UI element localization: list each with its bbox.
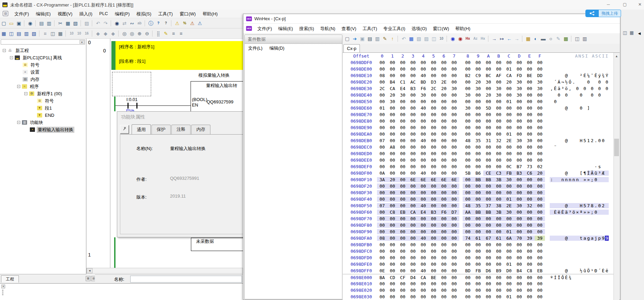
hex-byte[interactable]: CF [398,275,408,280]
hex-byte[interactable]: 0C [504,164,514,169]
hex-byte[interactable]: 00 [463,184,473,189]
import-icon[interactable]: ↑ [389,35,396,42]
copy-icon[interactable]: ▦ [64,20,72,27]
hex-byte[interactable]: 00 [524,79,535,85]
hex-byte[interactable]: 30 [504,210,514,215]
find-hex-icon[interactable]: ◉ [457,35,464,42]
hex-byte[interactable]: 00 [428,99,439,104]
hex-byte[interactable]: 00 [377,197,387,202]
monitor-hex-icon[interactable]: 16 [83,30,90,37]
hex-byte[interactable]: 00 [524,294,535,299]
hex-byte[interactable]: 00 [418,262,428,267]
hex-byte[interactable]: 20 [535,171,545,176]
hex-byte[interactable]: 00 [494,66,504,72]
tree-item[interactable]: ▪量程输入输出转换 [0,126,86,133]
hex-byte[interactable]: 00 [449,60,459,65]
zoom-custom-icon[interactable]: ◎ [128,30,136,37]
cxp-menu-item-3[interactable]: 插入(I) [76,10,96,18]
ascii-char[interactable]: 2 [602,203,605,208]
ascii-char[interactable]: É [583,73,587,78]
hex-byte[interactable]: 00 [483,190,494,195]
hex-byte[interactable]: 00 [473,197,483,202]
ascii-char[interactable]: Î [587,171,591,176]
hex-byte[interactable]: 37 [483,203,494,208]
grid-toggle-icon[interactable]: ⣿ [155,30,162,37]
hex-byte[interactable]: 00 [408,92,418,98]
ascii-char[interactable] [568,105,572,111]
ascii-char[interactable] [572,92,576,98]
ascii-char[interactable] [583,92,587,98]
hex-byte[interactable]: 00 [398,190,408,195]
winhex-menu-item-1[interactable]: 编辑(E) [275,24,296,33]
ascii-char[interactable] [572,171,576,176]
hex-byte[interactable]: 00 [418,184,428,189]
hex-byte[interactable]: 00 [387,216,398,221]
hex-byte[interactable]: FD [514,73,524,78]
hex-byte[interactable]: 35 [473,138,483,143]
hex-byte[interactable]: 00 [449,216,459,221]
hex-byte[interactable]: 00 [535,249,545,254]
ascii-char[interactable] [579,177,583,182]
tree-expander-icon[interactable]: − [10,56,13,59]
hex-byte[interactable]: 00 [408,262,418,267]
tree-item[interactable]: −⚙新程序1 (00) [0,90,86,97]
ascii-char[interactable] [550,210,554,215]
hex-byte[interactable]: 00 [428,132,439,137]
hex-byte[interactable]: 00 [418,242,428,247]
hex-byte[interactable]: 00 [535,275,545,280]
ascii-char[interactable] [561,171,564,176]
hex-byte[interactable]: BB [473,210,483,215]
hex-byte[interactable]: 30 [504,177,514,182]
hex-byte[interactable]: EB [535,268,545,273]
hex-byte[interactable]: 00 [449,294,459,299]
hex-byte[interactable]: 00 [428,216,439,221]
hex-byte[interactable]: 00 [504,255,514,260]
hex-byte[interactable]: B3 [428,210,439,215]
ascii-char[interactable] [557,203,561,208]
hex-byte[interactable]: 00 [524,66,535,72]
hex-byte[interactable]: 00 [387,158,398,163]
hex-byte[interactable]: 00 [408,132,418,137]
hex-byte[interactable]: 00 [535,255,545,260]
hex-byte[interactable]: D4 [408,275,418,280]
ascii-char[interactable] [598,275,602,280]
hex-byte[interactable]: 00 [535,242,545,247]
hex-byte[interactable]: 00 [514,151,524,156]
ascii-char[interactable] [572,164,576,169]
hex-row[interactable]: 0698DE9000000000000000000000000000000000 [343,124,615,131]
ascii-char[interactable]: Ó [568,79,572,85]
ascii-char[interactable]: ; [590,210,594,215]
hex-byte[interactable]: 00 [428,229,439,234]
ascii-char[interactable] [575,79,579,85]
hex-byte[interactable]: B9 [494,268,504,273]
hex-row[interactable]: 0698DE7000000000000000000000000000000000 [343,111,615,118]
ascii-char[interactable] [590,275,594,280]
hex-byte[interactable]: 01 [504,229,514,234]
hex-byte[interactable]: 00 [483,294,494,299]
address-ref-icon[interactable]: ab [136,20,143,27]
paste-special-icon[interactable]: ▨ [83,20,90,27]
hex-byte[interactable]: 00 [449,132,459,137]
hex-byte[interactable]: 00 [439,281,449,286]
hex-byte[interactable]: BA [377,275,387,280]
ascii-char[interactable]: Ã [590,171,594,176]
hex-row[interactable]: 0698DFB000000000000000000000000000000000 [343,241,615,248]
hex-row[interactable]: 0698DF9000000000000000000000000001000000 [343,228,615,235]
ascii-char[interactable]: ; [590,177,594,182]
hex-byte[interactable]: 00 [449,184,459,189]
hex-byte[interactable]: 00 [535,158,545,163]
ascii-char[interactable]: · [594,164,598,169]
hex-byte[interactable]: 00 [514,190,524,195]
hex-byte[interactable]: 00 [483,125,494,130]
ascii-char[interactable] [568,99,572,104]
hex-byte[interactable]: 31 [483,138,494,143]
ascii-char[interactable]: s [598,164,602,169]
hex-byte[interactable]: 30 [514,203,524,208]
hex-byte[interactable]: 00 [428,197,439,202]
hex-byte[interactable]: 00 [398,262,408,267]
link-icon[interactable]: ∾ [128,20,136,27]
ascii-char[interactable] [561,236,564,241]
hex-byte[interactable]: 00 [449,66,459,72]
cxp-menu-item-0[interactable]: 文件(F) [11,10,33,18]
ascii-char[interactable] [564,164,568,169]
